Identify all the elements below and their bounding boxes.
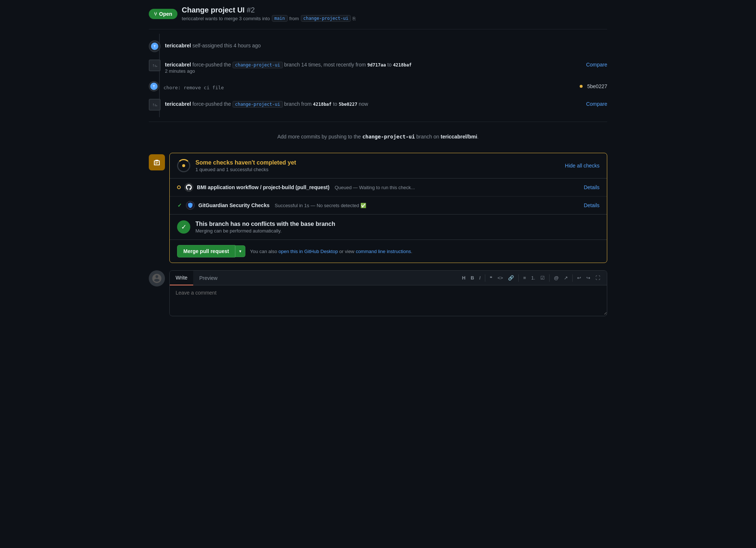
check-details-link-bmi[interactable]: Details — [584, 184, 600, 190]
toolbar-fullscreen-btn[interactable]: ⛶ — [593, 274, 602, 282]
open-icon: ⑂ — [154, 11, 157, 17]
toolbar-divider-1 — [485, 274, 485, 282]
to-hash-2: 5be0227 — [339, 102, 357, 107]
timeline-item-forcepush1: ↑⎁ tericcabrel force-pushed the change-p… — [149, 56, 607, 77]
checks-list: BMI application workflow / project-build… — [170, 178, 607, 214]
toolbar-quote-btn[interactable]: ❝ — [487, 274, 494, 282]
checks-panel: Some checks haven't completed yet 1 queu… — [169, 153, 607, 263]
timeline-meta-2: 2 minutes ago — [165, 68, 586, 74]
github-app-icon — [184, 183, 193, 192]
check-desc-gitguardian: Successful in 1s — No secrets detected ✅ — [275, 203, 366, 208]
to-hash-1: 4218baf — [393, 62, 412, 68]
merge-dropdown-button[interactable]: ▾ — [235, 245, 245, 257]
comment-input[interactable] — [170, 285, 607, 315]
current-user-avatar — [149, 270, 165, 286]
gitguardian-app-icon — [186, 201, 195, 210]
timeline-divider — [149, 122, 607, 122]
from-hash-2: 4218baf — [313, 102, 332, 107]
add-commits-repo: tericcabrel/bmi — [440, 134, 477, 140]
toolbar-unordered-list-btn[interactable]: ≡ — [521, 274, 528, 282]
merge-info-title: This branch has no conflicts with the ba… — [195, 221, 600, 227]
merge-button-section: Merge pull request ▾ You can also open t… — [170, 239, 607, 263]
merge-pull-request-button[interactable]: Merge pull request — [177, 245, 235, 257]
success-tick-icon: ✓ — [177, 202, 182, 208]
push-arrow-icon: ↑⎁ — [152, 63, 157, 68]
toolbar-task-list-btn[interactable]: ☑ — [538, 274, 547, 282]
pr-subtitle: tericcabrel wants to merge 3 commits int… — [182, 15, 607, 22]
comment-box: Write Preview H B I ❝ <> — [169, 270, 607, 316]
toolbar-heading-btn[interactable]: H — [460, 274, 468, 282]
commit-message: chore: remove ci file — [163, 85, 224, 90]
comment-tabs: Write Preview H B I ❝ <> — [170, 271, 607, 285]
add-commits-notice: Add more commits by pushing to the chang… — [149, 126, 607, 147]
hide-checks-link[interactable]: Hide all checks — [565, 163, 600, 169]
cli-instructions-link[interactable]: command line instructions — [356, 249, 411, 254]
checks-panel-subtitle: 1 queued and 1 successful checks — [195, 167, 560, 172]
pr-status-badge: ⑂ Open — [149, 9, 177, 19]
tab-write[interactable]: Write — [170, 271, 193, 285]
forcepush-icon-1: ↑⎁ — [149, 60, 161, 71]
checks-header: Some checks haven't completed yet 1 queu… — [170, 153, 607, 178]
add-commits-branch: change-project-ui — [362, 134, 415, 140]
check-desc-bmi: Queued — Waiting to run this check... — [335, 185, 415, 190]
push-arrow-icon-2: ↑⎁ — [152, 102, 157, 107]
copy-branch-icon[interactable]: ⎘ — [353, 16, 356, 21]
toolbar-divider-4 — [572, 274, 573, 282]
actor-name-2: tericcabrel — [165, 62, 191, 68]
pr-title: Change project UI #2 — [182, 6, 607, 14]
commit-icon: T — [149, 81, 159, 91]
checks-icon — [149, 154, 165, 170]
compare-link-1[interactable]: Compare — [586, 60, 607, 68]
checks-section: Some checks haven't completed yet 1 queu… — [149, 153, 607, 263]
merge-info: This branch has no conflicts with the ba… — [195, 221, 600, 234]
check-name-gitguardian: GitGuardian Security Checks — [198, 202, 270, 208]
checks-panel-title: Some checks haven't completed yet — [195, 159, 560, 166]
merge-row: ✓ This branch has no conflicts with the … — [177, 220, 600, 234]
toolbar-redo-btn[interactable]: ↪ — [584, 274, 593, 282]
github-desktop-link[interactable]: open this in GitHub Desktop — [278, 249, 338, 254]
header-divider — [149, 29, 607, 29]
spinner-inner — [179, 161, 188, 170]
selfassign-content: tericcabrel self-assigned this 4 hours a… — [165, 40, 607, 48]
toolbar-divider-3 — [549, 274, 550, 282]
actor-name-1: tericcabrel — [165, 43, 191, 48]
commit-content: chore: remove ci file — [163, 83, 580, 90]
toolbar-mention-btn[interactable]: @ — [552, 274, 561, 282]
merge-btn-group: Merge pull request ▾ — [177, 245, 245, 257]
base-branch-tag[interactable]: main — [272, 15, 288, 22]
forcepush-content-1: tericcabrel force-pushed the change-proj… — [165, 60, 586, 74]
toolbar-undo-btn[interactable]: ↩ — [575, 274, 583, 282]
merge-section: ✓ This branch has no conflicts with the … — [170, 214, 607, 239]
actor-avatar-3: T — [150, 83, 158, 90]
compare-branch-tag[interactable]: change-project-ui — [301, 15, 351, 22]
spinner-dot — [182, 164, 185, 167]
actor-avatar-1: T — [151, 43, 158, 50]
tab-spacer — [223, 271, 456, 285]
commit-hash-3: 5be0227 — [587, 83, 607, 89]
check-details-link-gitguardian[interactable]: Details — [584, 202, 600, 208]
toolbar-ordered-list-btn[interactable]: 1. — [529, 274, 537, 282]
checks-title-area: Some checks haven't completed yet 1 queu… — [195, 159, 560, 172]
compare-link-2[interactable]: Compare — [586, 99, 607, 107]
merge-also-text: You can also open this in GitHub Desktop… — [250, 249, 412, 254]
pr-header: ⑂ Open Change project UI #2 tericcabrel … — [149, 0, 607, 25]
branch-tag-4: change-project-ui — [233, 101, 283, 108]
forcepush-icon-2: ↑⎁ — [149, 99, 161, 111]
branch-tag-2: change-project-ui — [233, 62, 283, 68]
toolbar-link-btn[interactable]: 🔗 — [506, 274, 516, 282]
selfassign-icon: T — [149, 40, 161, 52]
merge-success-icon: ✓ — [177, 220, 190, 234]
comment-toolbar: H B I ❝ <> 🔗 ≡ 1. ☑ — [456, 271, 607, 285]
tab-preview[interactable]: Preview — [193, 271, 223, 285]
check-item-bmi: BMI application workflow / project-build… — [170, 179, 607, 197]
pr-title-area: Change project UI #2 tericcabrel wants t… — [182, 6, 607, 22]
pr-number: #2 — [246, 6, 255, 14]
timeline-item-forcepush2: ↑⎁ tericcabrel force-pushed the change-p… — [149, 95, 607, 114]
toolbar-italic-btn[interactable]: I — [477, 274, 483, 282]
check-item-gitguardian: ✓ GitGuardian Security Checks Successful… — [170, 197, 607, 214]
toolbar-code-btn[interactable]: <> — [495, 274, 505, 282]
forcepush-content-2: tericcabrel force-pushed the change-proj… — [165, 99, 586, 107]
timeline: T tericcabrel self-assigned this 4 hours… — [149, 34, 607, 117]
toolbar-bold-btn[interactable]: B — [468, 274, 476, 282]
toolbar-reference-btn[interactable]: ↗ — [562, 274, 570, 282]
